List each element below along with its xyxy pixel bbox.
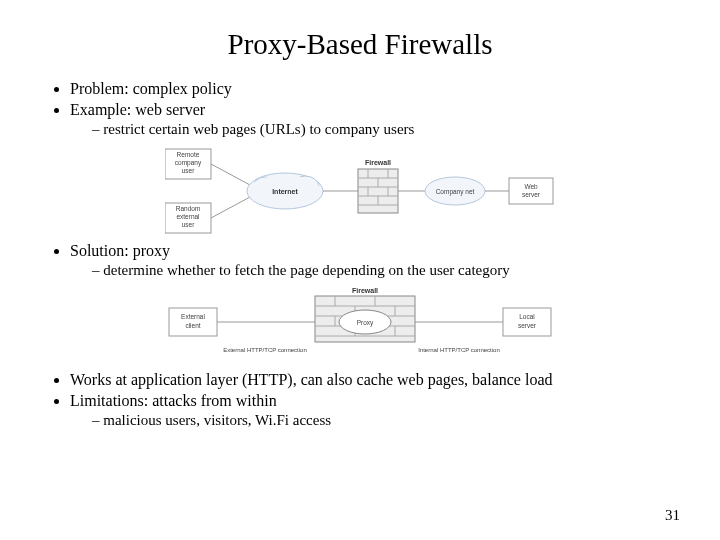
label-local-server: Local [519, 313, 535, 320]
bullet-limitations: Limitations: attacks from within malicio… [70, 391, 684, 430]
svg-text:server: server [522, 191, 541, 198]
cloud-icon: Internet [247, 173, 323, 209]
bullet-solution-text: Solution: proxy [70, 242, 170, 259]
label-internet: Internet [272, 188, 298, 195]
svg-line-7 [211, 197, 250, 218]
bullet-solution-sub: determine whether to fetch the page depe… [92, 261, 684, 280]
svg-text:external: external [176, 213, 200, 220]
label-firewall: Firewall [365, 159, 391, 166]
firewall-icon: Firewall [358, 159, 398, 213]
diagram-solution: External client External HTTP/TCP connec… [36, 286, 684, 364]
label-proxy: Proxy [357, 319, 374, 327]
bullet-problem: Problem: complex policy [70, 79, 684, 99]
firewall-proxy-icon: Firewall Proxy [315, 287, 415, 342]
svg-text:user: user [182, 221, 195, 228]
bullet-example-text: Example: web server [70, 101, 205, 118]
bullet-example: Example: web server restrict certain web… [70, 100, 684, 139]
bullet-limitations-text: Limitations: attacks from within [70, 392, 277, 409]
bullet-list: Problem: complex policy Example: web ser… [36, 79, 684, 139]
label-company-net: Company net [436, 188, 475, 196]
label-external-client: External [181, 313, 205, 320]
company-net-icon: Company net [425, 177, 485, 205]
label-firewall2: Firewall [352, 287, 378, 294]
diagram-problem: Remote company user Random external user… [36, 145, 684, 235]
svg-text:user: user [182, 167, 195, 174]
bullet-example-sub: restrict certain web pages (URLs) to com… [92, 120, 684, 139]
bullet-list-3: Works at application layer (HTTP), can a… [36, 370, 684, 430]
label-random-user: Random [176, 205, 201, 212]
label-remote-user: Remote [177, 151, 200, 158]
bullet-limitations-sub: malicious users, visitors, Wi.Fi access [92, 411, 684, 430]
svg-text:company: company [175, 159, 202, 167]
bullet-list-2: Solution: proxy determine whether to fet… [36, 241, 684, 280]
label-int-conn: Internal HTTP/TCP connection [418, 347, 500, 353]
svg-text:server: server [518, 322, 537, 329]
label-web-server: Web [524, 183, 538, 190]
bullet-solution: Solution: proxy determine whether to fet… [70, 241, 684, 280]
svg-text:client: client [185, 322, 200, 329]
svg-line-6 [211, 164, 250, 185]
bullet-works: Works at application layer (HTTP), can a… [70, 370, 684, 390]
slide-title: Proxy-Based Firewalls [36, 28, 684, 61]
page-number: 31 [665, 507, 680, 524]
label-ext-conn: External HTTP/TCP connection [223, 347, 307, 353]
svg-rect-13 [358, 169, 398, 213]
